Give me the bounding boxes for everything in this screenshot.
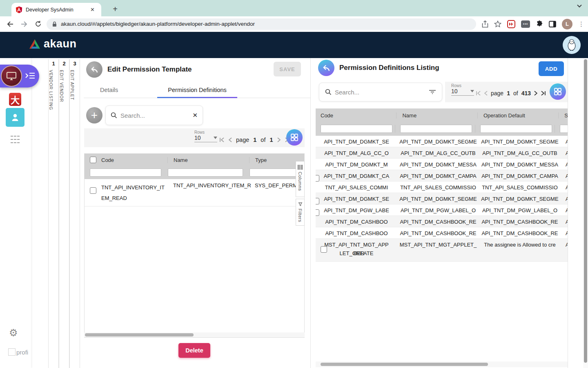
prev-page-icon[interactable]	[484, 91, 488, 96]
page-current: 1	[253, 137, 256, 143]
table-row[interactable]: API_TNT_DM_DGMKT_SEAPI_TNT_DM_DGMKT_SEGM…	[316, 136, 568, 147]
akaun-logo: akaun	[29, 38, 77, 50]
table-row[interactable]: API_TNT_DM_DGMKT_SEAPI_TNT_DM_DGMKT_SEGM…	[316, 193, 568, 204]
table-row[interactable]: MST_API_TNT_MGT_APPLET_CREATEBERMST_API_…	[316, 239, 568, 262]
settings-gear-icon[interactable]: ⚙	[9, 327, 18, 339]
clear-search-icon[interactable]: ✕	[192, 112, 198, 119]
filters-tab[interactable]: Filters	[296, 199, 305, 226]
search-placeholder: Search...	[335, 89, 429, 96]
filter-name-input[interactable]	[168, 168, 243, 177]
last-page-icon[interactable]	[541, 91, 546, 96]
select-all-checkbox[interactable]	[90, 157, 96, 163]
wizard-tab-edit-applet[interactable]: 3 EDIT APPLET	[69, 59, 80, 368]
cell-name: API_TNT_DM_CASHBOOK_RE	[397, 227, 479, 236]
filter-code-input[interactable]	[90, 168, 161, 177]
tab-close-icon[interactable]: ✕	[88, 6, 97, 13]
columns-tab[interactable]: Columns	[296, 161, 305, 197]
cell-name: API_TNT_DM_DGMKT_CAMPA	[397, 170, 479, 179]
forward-icon[interactable]	[17, 17, 31, 31]
right-table-hscrollbar[interactable]	[316, 361, 568, 367]
table-row[interactable]: API_TNT_DM_DGMKT_CAAPI_TNT_DM_DGMKT_CAMP…	[316, 170, 568, 182]
prev-page-icon[interactable]	[229, 137, 232, 142]
left-pagination: page 1 of 1	[219, 137, 290, 143]
page-vscrollbar[interactable]	[583, 58, 588, 368]
back-icon[interactable]	[3, 17, 17, 31]
filter-code-input[interactable]	[321, 125, 392, 133]
cell-code: API_TNT_DM_CASHBOO	[316, 227, 397, 236]
first-page-icon[interactable]	[476, 91, 481, 96]
table-row[interactable]: API_TNT_DM_DGMKT_MAPI_TNT_DM_DGMKT_MESSA…	[316, 159, 568, 170]
left-table-hscrollbar[interactable]	[84, 332, 305, 337]
rows-per-page[interactable]: Rows 10	[194, 130, 217, 142]
row-checkbox[interactable]	[316, 209, 319, 216]
filter-name-input[interactable]	[400, 125, 472, 133]
share-icon[interactable]	[482, 20, 488, 28]
row-checkbox[interactable]	[321, 246, 327, 253]
table-row[interactable]: API_TNT_DM_PGW_LABEAPI_TNT_DM_PGW_LABEL_…	[316, 204, 568, 216]
col-header-code: Code	[316, 112, 396, 119]
row-checkbox[interactable]	[90, 187, 96, 194]
delete-button[interactable]: Delete	[178, 343, 210, 358]
rows-per-page[interactable]: Rows 10	[451, 83, 474, 96]
extension-red-icon[interactable]	[507, 20, 515, 28]
rows-value: 10	[194, 135, 201, 141]
add-permission-button[interactable]: +	[86, 107, 102, 123]
reload-icon[interactable]	[31, 17, 45, 31]
sidebar-item-user-applet[interactable]	[6, 108, 24, 127]
tab-search-chevron-icon[interactable]	[577, 4, 582, 8]
left-search-box[interactable]: Search... ✕	[105, 105, 203, 125]
next-page-icon[interactable]	[534, 91, 537, 96]
profile-shortcut[interactable]: profi	[8, 348, 28, 356]
url-field[interactable]: akaun.cloud/#/applets/bigledger/akaun-pl…	[47, 18, 476, 30]
apps-grid-icon[interactable]	[11, 135, 20, 144]
browser-menu-icon[interactable]: ⋮	[578, 20, 584, 28]
filter-cut-input[interactable]	[560, 125, 568, 133]
side-panel-icon[interactable]	[549, 21, 556, 27]
cell-cut: A	[561, 216, 568, 225]
user-avatar-penguin[interactable]	[563, 36, 581, 54]
wizard-step-label: EDIT APPLET	[70, 70, 74, 100]
row-checkbox[interactable]	[316, 198, 319, 204]
cell-name: API_TNT_DM_CASHBOOK_RE	[397, 216, 479, 225]
filter-operation-input[interactable]	[480, 125, 552, 133]
wizard-tab-vendor-listing[interactable]: 1 VENDOR LISTING	[48, 59, 59, 368]
new-tab-button[interactable]: +	[109, 3, 121, 15]
table-row[interactable]: TNT_API_SALES_COMMITNT_API_SALES_COMMISS…	[316, 182, 568, 193]
profile-checkbox	[8, 348, 16, 356]
table-row[interactable]: API_TNT_DM_CASHBOOAPI_TNT_DM_CASHBOOK_RE…	[316, 227, 568, 239]
col-header-name: Name	[167, 157, 249, 163]
grid-view-button[interactable]	[286, 129, 303, 146]
wizard-step-label: VENDOR LISTING	[49, 70, 53, 110]
sidebar-item-da-applet[interactable]: 大	[9, 93, 21, 106]
back-button[interactable]	[86, 61, 102, 78]
browser-tab[interactable]: Developer SysAdmin ✕	[11, 3, 101, 16]
back-button[interactable]	[318, 60, 334, 76]
add-button[interactable]: ADD	[539, 61, 564, 76]
save-button[interactable]: SAVE	[274, 62, 301, 76]
grid-view-button[interactable]	[550, 83, 566, 100]
first-page-icon[interactable]	[219, 137, 225, 142]
app-sidebar: 大 ⚙ profi	[0, 58, 31, 368]
table-row[interactable]: API_TNT_DM_ALG_CC_OAPI_TNT_DM_ALG_CC_OUT…	[316, 147, 568, 159]
extensions-puzzle-icon[interactable]	[536, 20, 543, 28]
tab-details[interactable]: Details	[89, 83, 129, 98]
dropdown-arrow-icon	[470, 90, 474, 92]
bookmark-star-icon[interactable]	[494, 20, 501, 28]
active-applet-pill[interactable]	[0, 65, 39, 88]
cell-cut: A	[561, 193, 568, 202]
filter-list-icon[interactable]	[429, 90, 436, 94]
table-row[interactable]: TNT_API_INVENTORY_IT EM_READ TNT_API_INV…	[85, 179, 304, 206]
cell-cut: A	[561, 147, 568, 156]
row-checkbox[interactable]	[316, 175, 319, 182]
of-word: of	[261, 137, 265, 143]
right-search-box[interactable]: Search...	[319, 83, 442, 101]
wizard-tab-edit-vendor[interactable]: 2 EDIT VENDOR	[59, 59, 69, 368]
filter-type-input[interactable]	[249, 168, 298, 177]
cell-code: API_TNT_DM_DGMKT_SE	[316, 136, 397, 145]
browser-profile-avatar[interactable]: L	[562, 19, 572, 29]
tab-permission-definitions[interactable]: Permission Definitions	[157, 83, 237, 98]
password-manager-icon[interactable]: •••	[521, 20, 530, 28]
cell-operation-default: API_TNT_DM_DGMKT_SEGME	[479, 136, 561, 145]
table-row[interactable]: API_TNT_DM_CASHBOOAPI_TNT_DM_CASHBOOK_RE…	[316, 216, 568, 227]
next-page-icon[interactable]	[277, 137, 281, 142]
